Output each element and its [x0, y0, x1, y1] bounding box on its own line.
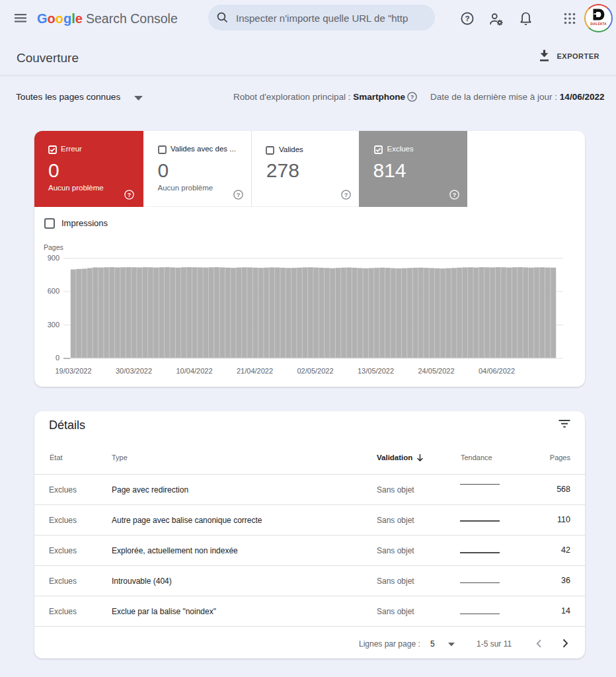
svg-text:300: 300: [48, 321, 59, 329]
svg-text:?: ?: [237, 192, 241, 198]
svg-text:?: ?: [453, 192, 457, 198]
svg-text:0: 0: [56, 354, 59, 362]
svg-text:600: 600: [48, 287, 59, 295]
svg-text:04/06/2022: 04/06/2022: [479, 367, 515, 375]
svg-text:02/05/2022: 02/05/2022: [297, 367, 333, 375]
svg-text:19/03/2022: 19/03/2022: [55, 367, 91, 375]
svg-text:?: ?: [465, 15, 469, 22]
svg-text:10/04/2022: 10/04/2022: [176, 367, 212, 375]
svg-text:?: ?: [344, 192, 348, 198]
svg-text:21/04/2022: 21/04/2022: [237, 367, 273, 375]
svg-text:?: ?: [128, 192, 132, 198]
svg-text:Pages: Pages: [44, 243, 63, 251]
svg-text:24/05/2022: 24/05/2022: [418, 367, 454, 375]
svg-text:13/05/2022: 13/05/2022: [358, 367, 394, 375]
svg-text:900: 900: [48, 254, 59, 262]
svg-text:?: ?: [410, 94, 414, 100]
svg-text:30/03/2022: 30/03/2022: [116, 367, 152, 375]
